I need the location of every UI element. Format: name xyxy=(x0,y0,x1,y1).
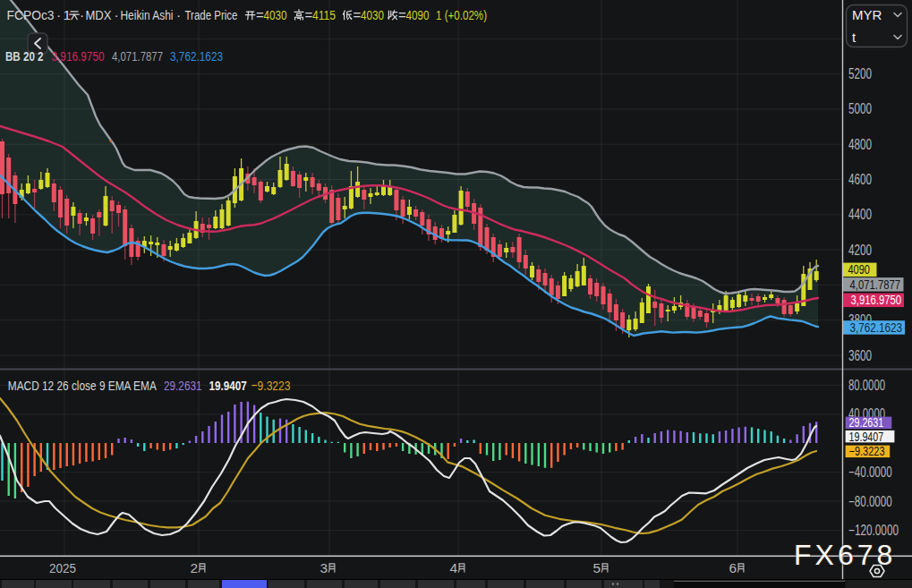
svg-text:−9.3223: −9.3223 xyxy=(251,378,291,393)
svg-text:3: 3 xyxy=(320,560,328,575)
svg-text:4090: 4090 xyxy=(848,261,871,277)
svg-text:·: · xyxy=(80,7,84,22)
svg-text:5000: 5000 xyxy=(848,101,872,116)
svg-text:BB 20 2: BB 20 2 xyxy=(5,48,44,64)
svg-text:4,071.7877: 4,071.7877 xyxy=(850,277,901,292)
svg-text:Heikin Ashi: Heikin Ashi xyxy=(121,7,174,22)
svg-text:19.9407: 19.9407 xyxy=(849,430,884,444)
svg-text:MYR: MYR xyxy=(852,7,882,22)
svg-text:19.9407: 19.9407 xyxy=(209,378,246,393)
svg-text:5200: 5200 xyxy=(848,66,872,81)
svg-text:4115: 4115 xyxy=(312,7,336,22)
svg-text:−40.0000: −40.0000 xyxy=(848,464,892,480)
svg-text:·: · xyxy=(56,7,61,22)
svg-text:6: 6 xyxy=(729,560,737,575)
svg-text:2025: 2025 xyxy=(49,560,76,575)
svg-text:2: 2 xyxy=(191,560,199,575)
svg-text:1 (+0.02%): 1 (+0.02%) xyxy=(436,7,487,22)
svg-text:MACD 12 26 close 9 EMA EMA: MACD 12 26 close 9 EMA EMA xyxy=(8,378,157,393)
svg-text:4800: 4800 xyxy=(848,137,872,152)
svg-text:4400: 4400 xyxy=(848,207,872,222)
svg-text:3600: 3600 xyxy=(848,348,872,363)
svg-text:80.0000: 80.0000 xyxy=(848,378,885,393)
svg-text:4600: 4600 xyxy=(848,172,872,187)
svg-text:4090: 4090 xyxy=(406,7,430,22)
svg-text:−9.3223: −9.3223 xyxy=(849,444,885,458)
svg-text:3,762.1623: 3,762.1623 xyxy=(170,48,223,64)
svg-text:3,916.9750: 3,916.9750 xyxy=(851,292,902,307)
svg-text:5: 5 xyxy=(593,560,601,575)
svg-text:29.2631: 29.2631 xyxy=(164,378,202,393)
svg-text:29.2631: 29.2631 xyxy=(849,415,884,430)
svg-text:FCPOc3: FCPOc3 xyxy=(7,7,55,22)
svg-text:4,071.7877: 4,071.7877 xyxy=(112,48,163,64)
svg-text:MDX: MDX xyxy=(86,7,113,22)
svg-text:3,762.1623: 3,762.1623 xyxy=(850,320,903,335)
svg-text:3,916.9750: 3,916.9750 xyxy=(52,48,105,64)
svg-text:4030: 4030 xyxy=(264,7,287,22)
svg-text:−120.0000: −120.0000 xyxy=(848,523,899,538)
svg-text:·: · xyxy=(176,7,181,22)
svg-text:4: 4 xyxy=(450,560,458,575)
svg-text:−80.0000: −80.0000 xyxy=(848,494,892,509)
svg-text:·: · xyxy=(115,7,119,22)
svg-text:Trade Price: Trade Price xyxy=(185,7,238,22)
svg-text:4030: 4030 xyxy=(361,7,384,22)
svg-text:4200: 4200 xyxy=(848,243,872,258)
